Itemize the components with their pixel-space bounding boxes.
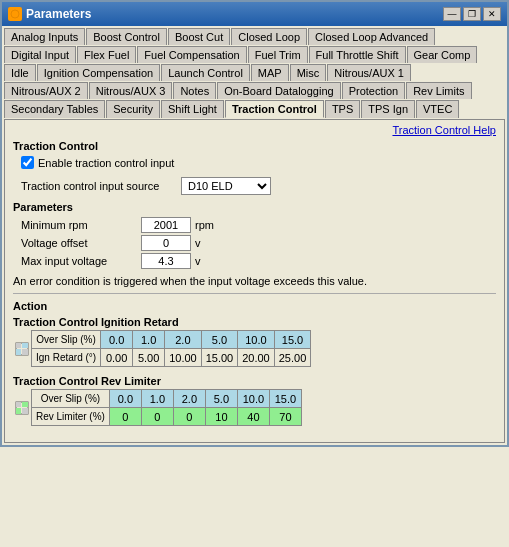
rev-r1-c4[interactable]: 5.0 (205, 390, 237, 408)
ign-r2-c1[interactable]: 0.00 (101, 349, 133, 367)
params-section: Parameters Minimum rpm rpm Voltage offse… (13, 201, 496, 269)
rev-data-table: Over Slip (%) 0.0 1.0 2.0 5.0 10.0 15.0 … (31, 389, 302, 426)
tab-digital-input[interactable]: Digital Input (4, 46, 76, 63)
tab-tps[interactable]: TPS (325, 100, 360, 118)
svg-rect-9 (16, 408, 21, 414)
tab-notes[interactable]: Notes (173, 82, 216, 99)
ign-r2-c3[interactable]: 10.00 (165, 349, 202, 367)
tab-closed-loop[interactable]: Closed Loop (231, 28, 307, 45)
rev-limiter-row1: Over Slip (%) 0.0 1.0 2.0 5.0 10.0 15.0 … (13, 389, 496, 426)
error-message: An error condition is triggered when the… (13, 275, 496, 287)
tabs-container: Analog InputsBoost ControlBoost CutClose… (2, 26, 507, 118)
min-rpm-row: Minimum rpm rpm (21, 217, 496, 233)
close-button[interactable]: ✕ (483, 7, 501, 21)
ign-row2-header: Ign Retard (°) (32, 349, 101, 367)
ign-table-icon[interactable] (13, 330, 31, 367)
voltage-offset-row: Voltage offset v (21, 235, 496, 251)
svg-rect-7 (16, 402, 21, 407)
app-icon (8, 7, 22, 21)
rev-r2-c3[interactable]: 0 (173, 408, 205, 426)
tab-shift-light[interactable]: Shift Light (161, 100, 224, 118)
rev-r1-c1[interactable]: 0.0 (109, 390, 141, 408)
ign-r2-c4[interactable]: 15.00 (201, 349, 238, 367)
svg-rect-10 (22, 408, 28, 414)
tab-full-throttle-shift[interactable]: Full Throttle Shift (309, 46, 406, 63)
svg-rect-5 (22, 349, 28, 355)
tab-map[interactable]: MAP (251, 64, 289, 81)
ign-r1-c5[interactable]: 10.0 (238, 331, 275, 349)
ign-r2-c2[interactable]: 5.00 (133, 349, 165, 367)
section-title: Traction Control (13, 140, 496, 152)
rev-table-icon[interactable] (13, 389, 31, 426)
tab-boost-cut[interactable]: Boost Cut (168, 28, 230, 45)
rev-r1-c3[interactable]: 2.0 (173, 390, 205, 408)
rev-r2-c6[interactable]: 70 (269, 408, 301, 426)
max-voltage-input[interactable] (141, 253, 191, 269)
tab-secondary-tables[interactable]: Secondary Tables (4, 100, 105, 118)
voltage-offset-unit: v (195, 237, 201, 249)
rev-r1-c2[interactable]: 1.0 (141, 390, 173, 408)
tab-analog-inputs[interactable]: Analog Inputs (4, 28, 85, 45)
tab-row-4: Nitrous/AUX 2Nitrous/AUX 3NotesOn-Board … (4, 82, 505, 99)
tab-flex-fuel[interactable]: Flex Fuel (77, 46, 136, 63)
rev-r1-c6[interactable]: 15.0 (269, 390, 301, 408)
tab-launch-control[interactable]: Launch Control (161, 64, 250, 81)
min-rpm-input[interactable] (141, 217, 191, 233)
tab-tps-ign[interactable]: TPS Ign (361, 100, 415, 118)
tab-row-5: Secondary TablesSecurityShift LightTract… (4, 100, 505, 118)
tab-fuel-compensation[interactable]: Fuel Compensation (137, 46, 246, 63)
ign-r1-c3[interactable]: 2.0 (165, 331, 202, 349)
enable-checkbox[interactable] (21, 156, 34, 169)
ign-r1-c1[interactable]: 0.0 (101, 331, 133, 349)
ign-r1-c6[interactable]: 15.0 (274, 331, 311, 349)
ign-retard-row1: Over Slip (%) 0.0 1.0 2.0 5.0 10.0 15.0 … (13, 330, 496, 367)
rev-r2-c1[interactable]: 0 (109, 408, 141, 426)
help-link[interactable]: Traction Control Help (13, 124, 496, 136)
tab-traction-control[interactable]: Traction Control (225, 100, 324, 118)
tab-idle[interactable]: Idle (4, 64, 36, 81)
input-source-label: Traction control input source (21, 180, 181, 192)
tab-vtec[interactable]: VTEC (416, 100, 459, 118)
rev-r2-c2[interactable]: 0 (141, 408, 173, 426)
minimize-button[interactable]: — (443, 7, 461, 21)
tab-rev-limits[interactable]: Rev Limits (406, 82, 471, 99)
tab-protection[interactable]: Protection (342, 82, 406, 99)
input-source-row: Traction control input source D10 ELD (21, 177, 496, 195)
tab-closed-loop-advanced[interactable]: Closed Loop Advanced (308, 28, 435, 45)
rev-r1-c5[interactable]: 10.0 (237, 390, 269, 408)
params-title: Parameters (13, 201, 496, 213)
svg-rect-3 (22, 343, 28, 348)
ign-retard-title: Traction Control Ignition Retard (13, 316, 496, 328)
tab-on-board-datalogging[interactable]: On-Board Datalogging (217, 82, 340, 99)
restore-button[interactable]: ❐ (463, 7, 481, 21)
main-window: Parameters — ❐ ✕ Analog InputsBoost Cont… (0, 0, 509, 447)
svg-rect-4 (16, 349, 21, 355)
tab-nitrous/aux-1[interactable]: Nitrous/AUX 1 (327, 64, 411, 81)
tab-nitrous/aux-2[interactable]: Nitrous/AUX 2 (4, 82, 88, 99)
tab-fuel-trim[interactable]: Fuel Trim (248, 46, 308, 63)
voltage-offset-input[interactable] (141, 235, 191, 251)
tab-misc[interactable]: Misc (290, 64, 327, 81)
rev-r2-c4[interactable]: 10 (205, 408, 237, 426)
ign-r1-c2[interactable]: 1.0 (133, 331, 165, 349)
ign-r2-c6[interactable]: 25.00 (274, 349, 311, 367)
svg-point-0 (11, 10, 19, 18)
tab-boost-control[interactable]: Boost Control (86, 28, 167, 45)
content-area: Traction Control Help Traction Control E… (4, 119, 505, 443)
tab-gear-comp[interactable]: Gear Comp (407, 46, 478, 63)
action-section: Action Traction Control Ignition Retard (13, 300, 496, 426)
tab-nitrous/aux-3[interactable]: Nitrous/AUX 3 (89, 82, 173, 99)
tab-ignition-compensation[interactable]: Ignition Compensation (37, 64, 160, 81)
title-buttons: — ❐ ✕ (443, 7, 501, 21)
ign-r2-c5[interactable]: 20.00 (238, 349, 275, 367)
ign-r1-c4[interactable]: 5.0 (201, 331, 238, 349)
rev-r2-c5[interactable]: 40 (237, 408, 269, 426)
tab-security[interactable]: Security (106, 100, 160, 118)
window-title: Parameters (26, 7, 91, 21)
enable-label: Enable traction control input (38, 157, 174, 169)
svg-rect-8 (22, 402, 28, 407)
tab-row-3: IdleIgnition CompensationLaunch ControlM… (4, 64, 505, 81)
input-source-select[interactable]: D10 ELD (181, 177, 271, 195)
tab-row-2: Digital InputFlex FuelFuel CompensationF… (4, 46, 505, 63)
min-rpm-unit: rpm (195, 219, 214, 231)
